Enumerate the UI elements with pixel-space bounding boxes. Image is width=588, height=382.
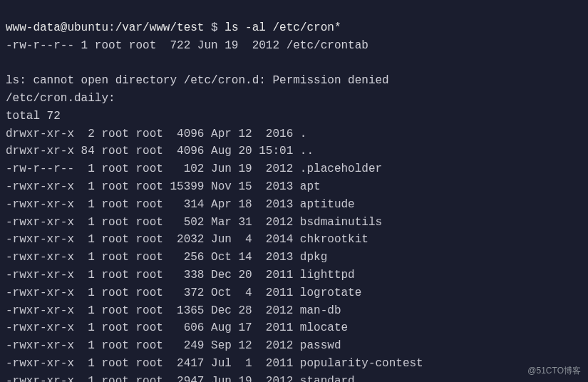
file-listing: drwxr-xr-x 2 root root 4096 Apr 12 2016 … [6,128,423,382]
prompt-cwd: /var/www/test [115,21,205,34]
prompt-line[interactable]: www-data@ubuntu:/var/www/test $ ls -al /… [6,21,341,34]
prompt-symbol: $ [211,21,218,34]
total-line: total 72 [6,110,61,123]
watermark-text: @51CTO博客 [527,364,581,378]
prompt-userhost: www-data@ubuntu [6,21,108,34]
terminal-output: www-data@ubuntu:/var/www/test $ ls -al /… [6,1,582,382]
error-line: ls: cannot open directory /etc/cron.d: P… [6,74,389,87]
command-text: ls -al /etc/cron* [225,21,341,34]
crontab-entry: -rw-r--r-- 1 root root 722 Jun 19 2012 /… [6,39,368,52]
cron-daily-header: /etc/cron.daily: [6,92,115,105]
